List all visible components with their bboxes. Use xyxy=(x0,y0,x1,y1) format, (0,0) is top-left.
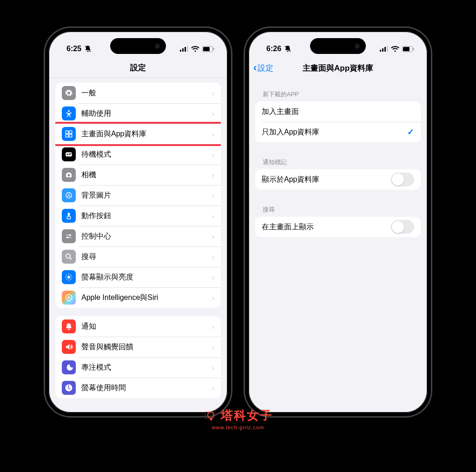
svg-point-36 xyxy=(208,412,214,418)
chevron-right-icon: › xyxy=(212,343,214,351)
volume-up-button xyxy=(245,115,245,141)
status-time: 6:26 xyxy=(266,45,281,53)
svg-rect-8 xyxy=(66,131,68,133)
row-label: 控制中心 xyxy=(81,232,212,241)
toggle-switch[interactable] xyxy=(391,220,414,234)
chevron-right-icon: › xyxy=(212,89,214,97)
settings-row[interactable]: 動作按鈕› xyxy=(55,206,221,226)
row-label: 輔助使用 xyxy=(81,109,212,119)
row-label: Apple Intelligence與Siri xyxy=(81,293,212,303)
chevron-right-icon: › xyxy=(212,192,214,199)
svg-rect-11 xyxy=(69,134,72,137)
settings-row[interactable]: 專注模式› xyxy=(55,357,221,378)
gear-icon xyxy=(62,86,76,100)
svg-rect-22 xyxy=(66,237,72,238)
row-label: 加入主畫面 xyxy=(262,107,414,117)
svg-rect-29 xyxy=(380,50,381,52)
settings-scroll[interactable]: 一般›輔助使用›主畫面與App資料庫›待機模式›相機›背景圖片›動作按鈕›控制中… xyxy=(49,78,227,412)
svg-point-26 xyxy=(67,276,70,279)
svg-rect-0 xyxy=(180,50,181,52)
chevron-right-icon: › xyxy=(212,294,214,302)
svg-rect-10 xyxy=(66,134,68,137)
settings-row[interactable]: 螢幕使用時間› xyxy=(55,378,221,398)
nav-header: 設定 xyxy=(49,58,227,78)
settings-row[interactable]: 通知› xyxy=(55,316,221,337)
settings-row[interactable]: 輔助使用› xyxy=(55,103,221,124)
chevron-right-icon: › xyxy=(212,253,214,261)
row-label: 背景圖片 xyxy=(81,191,212,200)
chevron-right-icon: › xyxy=(212,151,214,159)
settings-row[interactable]: 待機模式› xyxy=(55,144,221,165)
sound-icon xyxy=(62,340,76,354)
settings-row[interactable]: 搜尋› xyxy=(55,246,221,267)
svg-rect-34 xyxy=(403,47,410,51)
watermark: 塔科女子 www.tech-girlz.com xyxy=(203,407,273,430)
settings-row[interactable]: Apple Intelligence與Siri› xyxy=(55,287,221,308)
nav-header: ‹ 設定 主畫面與App資料庫 xyxy=(249,58,427,78)
dynamic-island xyxy=(110,38,166,54)
settings-group: 通知›聲音與觸覺回饋›專注模式›螢幕使用時間› xyxy=(55,316,221,398)
svg-rect-15 xyxy=(69,154,71,155)
chevron-right-icon: › xyxy=(212,171,214,179)
chevron-right-icon: › xyxy=(212,364,214,372)
svg-rect-5 xyxy=(203,47,210,51)
settings-row[interactable]: 相機› xyxy=(55,165,221,185)
row-label: 螢幕使用時間 xyxy=(81,383,212,393)
row-label: 動作按鈕 xyxy=(81,211,212,221)
chevron-right-icon: › xyxy=(212,233,214,240)
row-label: 在主畫面上顯示 xyxy=(262,222,391,232)
settings-row[interactable]: 顯示於App資料庫 xyxy=(255,169,421,190)
power-button xyxy=(430,122,431,164)
svg-point-28 xyxy=(67,296,70,299)
volume-mute-button xyxy=(245,92,245,106)
wifi-icon xyxy=(191,46,199,52)
chevron-right-icon: › xyxy=(212,110,214,118)
chevron-right-icon: › xyxy=(212,273,214,281)
settings-row[interactable]: 背景圖片› xyxy=(55,185,221,206)
power-button xyxy=(231,122,231,164)
settings-row[interactable]: 螢幕顯示與亮度› xyxy=(55,267,221,287)
chevron-right-icon: › xyxy=(212,323,214,331)
bell-slash-icon xyxy=(284,45,291,53)
row-label: 顯示於App資料庫 xyxy=(262,175,391,185)
settings-row[interactable]: 主畫面與App資料庫› xyxy=(55,124,221,144)
settings-group: 一般›輔助使用›主畫面與App資料庫›待機模式›相機›背景圖片›動作按鈕›控制中… xyxy=(55,83,221,308)
camera-icon xyxy=(62,168,76,182)
back-button[interactable]: ‹ 設定 xyxy=(253,63,273,73)
signal-icon xyxy=(180,46,188,52)
accessibility-icon xyxy=(62,106,76,120)
toggle-switch[interactable] xyxy=(391,173,414,186)
apps-icon xyxy=(62,127,76,141)
svg-rect-35 xyxy=(413,48,414,50)
settings-row[interactable]: 只加入App資料庫✓ xyxy=(255,122,421,142)
svg-point-25 xyxy=(66,254,70,258)
wifi-icon xyxy=(391,46,399,52)
settings-row[interactable]: 一般› xyxy=(55,83,221,103)
status-time: 6:25 xyxy=(66,45,81,53)
row-label: 通知 xyxy=(81,322,212,332)
row-label: 只加入App資料庫 xyxy=(262,127,407,137)
battery-icon xyxy=(202,46,214,52)
settings-row[interactable]: 控制中心› xyxy=(55,226,221,246)
settings-row[interactable]: 加入主畫面 xyxy=(255,101,421,122)
lightbulb-icon xyxy=(203,409,217,423)
settings-row[interactable]: 聲音與觸覺回饋› xyxy=(55,337,221,357)
checkmark-icon: ✓ xyxy=(407,127,414,137)
section-header: 搜尋 xyxy=(255,198,421,217)
volume-down-button xyxy=(45,148,46,173)
svg-point-16 xyxy=(67,174,70,176)
svg-rect-30 xyxy=(382,48,383,52)
volume-mute-button xyxy=(45,92,46,106)
chevron-left-icon: ‹ xyxy=(253,63,257,73)
phone-right: 6:26 ‹ 設定 主畫面與App資料庫 新下載的APP加入主畫面只加入App資… xyxy=(245,28,431,416)
search-icon xyxy=(62,250,76,264)
brightness-icon xyxy=(62,270,76,284)
settings-row[interactable]: 在主畫面上顯示 xyxy=(255,217,421,237)
row-label: 專注模式 xyxy=(81,363,212,372)
ai-icon xyxy=(62,291,76,305)
nav-title: 設定 xyxy=(130,62,146,73)
settings-group: 在主畫面上顯示 xyxy=(255,217,421,237)
chevron-right-icon: › xyxy=(212,130,214,138)
section-header: 新下載的APP xyxy=(255,83,421,101)
detail-scroll[interactable]: 新下載的APP加入主畫面只加入App資料庫✓通知標記顯示於App資料庫搜尋在主畫… xyxy=(249,78,427,412)
